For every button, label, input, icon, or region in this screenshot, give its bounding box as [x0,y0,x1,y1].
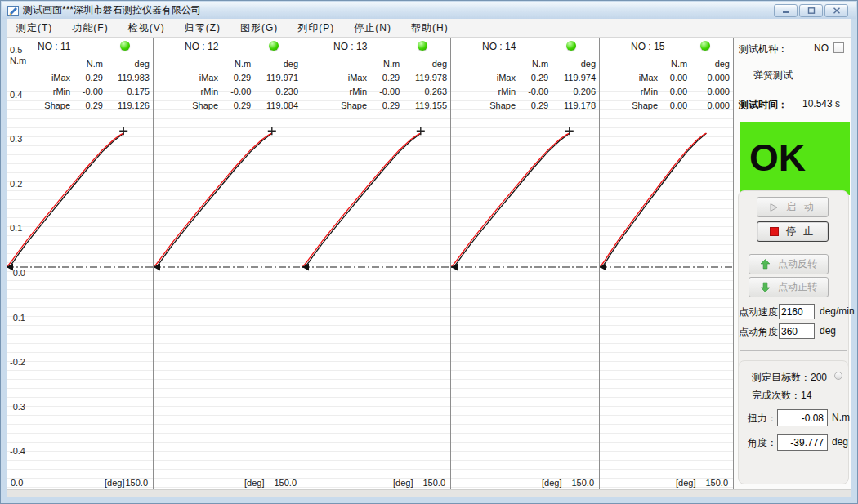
machine-type-label: 测试机种： [739,43,788,55]
jog-speed-input[interactable] [779,304,815,319]
angle-value[interactable] [777,434,828,451]
torque-angle-curve [451,38,599,491]
app-icon [7,5,19,16]
menu-stop[interactable]: 停止(N) [344,19,401,38]
test-panel-11: NO : 11 N.mdeg iMax0.29119.983 rMin-0.00… [7,38,153,491]
test-time-value: 10.543 s [802,98,840,109]
jog-speed-unit: deg/min [820,306,855,317]
torque-angle-curve [7,38,153,491]
torque-value[interactable] [777,409,828,426]
machine-type-value: NO [814,42,829,54]
arrow-down-icon [760,282,771,292]
maximize-button[interactable] [799,4,823,17]
menu-view[interactable]: 检视(V) [118,19,175,38]
machine-name: 弹簧测试 [753,69,848,82]
close-icon [833,7,841,14]
test-panel-14: NO : 14 N.mdeg iMax0.29119.974 rMin-0.00… [450,38,599,491]
test-panel-12: NO : 12 N.mdeg iMax0.29119.971 rMin-0.00… [153,38,302,491]
x-axis-label: [deg]150.0 [105,478,148,488]
menu-print[interactable]: 列印(P) [288,19,344,38]
title-bar[interactable]: 测试画面***深圳市磐石测控仪器有限公司 [2,2,856,19]
radio-indicator-icon[interactable] [834,372,842,380]
done-count: 完成次数：14 [752,389,848,402]
x-axis-label: [deg]150.0 [542,478,594,488]
menu-bar: 测定(T) 功能(F) 检视(V) 归零(Z) 图形(G) 列印(P) 停止(N… [7,19,851,38]
machine-type-checkbox[interactable] [833,42,844,53]
test-panel-15: NO : 15 N.mdeg iMax0.000.000 rMin0.000.0… [599,38,733,491]
test-time-label: 测试时间： [739,99,788,110]
result-box: OK [740,122,850,195]
jog-reverse-button[interactable]: 点动反转 [749,254,829,274]
torque-unit: N.m [832,412,850,423]
main-area: 0.50.40.30.20.1-0.0-0.1-0.2-0.3-0.4N.m N… [7,38,851,497]
torque-label: 扭力： [748,413,777,424]
x-origin-label: 0.0 [11,478,23,488]
torque-angle-curve [154,38,302,491]
stop-button[interactable]: 停 止 [757,221,829,242]
menu-function[interactable]: 功能(F) [62,19,118,38]
play-icon [769,203,779,212]
app-window: 测试画面***深圳市磐石测控仪器有限公司 测定(T) 功能(F) 检视(V) 归… [0,0,858,504]
start-button[interactable]: 启 动 [757,197,829,217]
x-axis-label: [deg]150.0 [393,478,445,488]
window-title: 测试画面***深圳市磐石测控仪器有限公司 [23,3,201,17]
torque-angle-curve [302,38,450,491]
control-sidebar: 测试机种： NO 弹簧测试 测试时间： 10.543 s OK 启 动 停 止 [733,38,851,491]
menu-help[interactable]: 帮助(H) [401,19,458,38]
result-text: OK [740,122,850,194]
close-button[interactable] [824,4,848,17]
test-panel-13: NO : 13 N.mdeg iMax0.29119.978 rMin-0.00… [302,38,450,491]
menu-zero[interactable]: 归零(Z) [175,19,230,38]
torque-angle-curve [600,38,733,491]
jog-angle-unit: deg [820,325,836,337]
angle-unit: deg [832,436,848,448]
sidebar-divider [740,350,847,351]
jog-forward-button[interactable]: 点动正转 [749,277,829,297]
x-axis-label: [deg]150.0 [244,478,297,488]
stop-icon [770,227,779,236]
jog-angle-input[interactable] [779,323,815,339]
jog-speed-label: 点动速度 [739,306,778,318]
x-axis-label: [deg]150.0 [676,478,728,488]
maximize-icon [807,7,816,14]
angle-label: 角度： [748,437,777,448]
menu-measure[interactable]: 测定(T) [7,19,62,38]
chart-region: 0.50.40.30.20.1-0.0-0.1-0.2-0.3-0.4N.m N… [7,38,733,491]
menu-graph[interactable]: 图形(G) [230,19,288,38]
jog-angle-label: 点动角度 [739,326,778,337]
minimize-button[interactable] [774,4,798,17]
status-strip [7,489,851,497]
minimize-icon [782,7,790,14]
arrow-up-icon [760,259,771,270]
target-count: 测定目标数：200 [752,372,827,383]
